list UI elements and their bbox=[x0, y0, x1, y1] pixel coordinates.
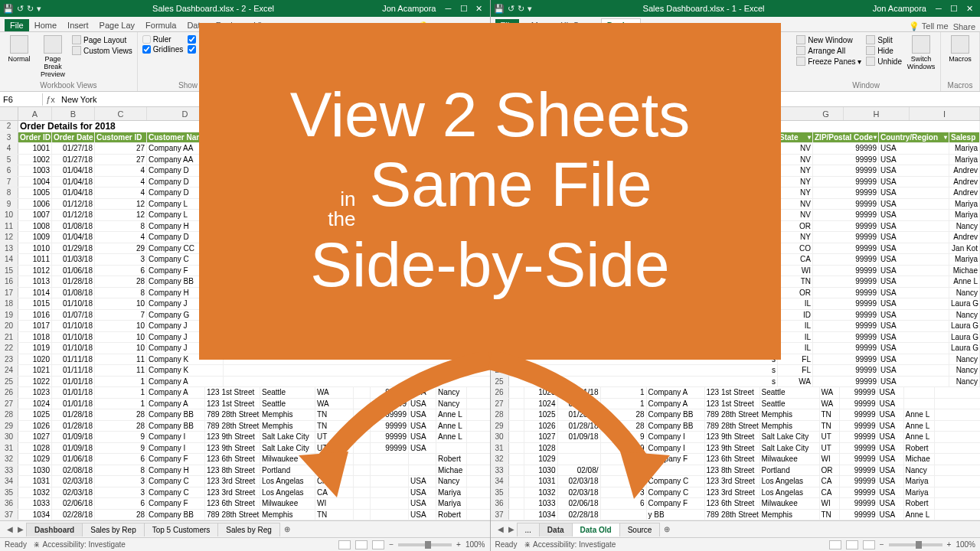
cell[interactable]: 1010 bbox=[18, 243, 52, 254]
cell[interactable]: Company BB bbox=[147, 421, 205, 432]
cell[interactable]: WA bbox=[315, 387, 354, 398]
cell[interactable]: TN bbox=[820, 409, 840, 420]
cell[interactable]: 01/29/18 bbox=[52, 243, 95, 254]
table-row[interactable]: 3210296Company F123 6th StreetMilwaukeeW… bbox=[491, 454, 981, 465]
cell[interactable]: 28 bbox=[601, 409, 647, 420]
cell[interactable]: 1032 bbox=[524, 487, 558, 498]
cell[interactable]: Nancy bbox=[436, 476, 467, 487]
cell[interactable]: 28 bbox=[95, 276, 147, 287]
cell[interactable]: 01/08/18 bbox=[52, 221, 95, 232]
cell[interactable]: 02/08/18 bbox=[52, 465, 95, 476]
cell[interactable]: 123 6th Street bbox=[705, 454, 760, 465]
cell[interactable]: OR bbox=[778, 221, 813, 232]
cell[interactable]: 8 bbox=[95, 465, 147, 476]
table-row[interactable]: 24102101/11/1811Company K bbox=[0, 365, 490, 377]
cell[interactable]: 99999 bbox=[371, 421, 409, 432]
cell[interactable] bbox=[509, 487, 524, 498]
share-button[interactable]: Share bbox=[953, 22, 975, 31]
cell[interactable]: NY bbox=[778, 232, 813, 243]
cell[interactable]: Company BB bbox=[147, 510, 205, 520]
ruler-checkbox[interactable]: Ruler bbox=[142, 35, 183, 44]
cell[interactable]: 99999 bbox=[813, 210, 879, 220]
cell[interactable] bbox=[509, 421, 524, 432]
cell[interactable]: Anne L bbox=[436, 409, 467, 420]
cell[interactable]: USA bbox=[879, 354, 949, 365]
cell[interactable]: Andrev bbox=[949, 165, 980, 176]
cell[interactable]: 123 8th Street bbox=[705, 465, 760, 476]
table-row[interactable]: 35103202/03/183Company C123 3rd StreetLo… bbox=[491, 487, 981, 499]
cell[interactable]: 9 bbox=[601, 432, 647, 442]
cell[interactable]: 3 bbox=[601, 487, 647, 498]
cell[interactable]: 1028 bbox=[524, 443, 558, 454]
view-normal-icon[interactable] bbox=[338, 540, 351, 549]
sheet-tab[interactable]: Dashboard bbox=[26, 523, 83, 536]
cell[interactable]: Company A bbox=[147, 399, 205, 409]
cell[interactable]: TN bbox=[820, 421, 840, 432]
cell[interactable]: IL bbox=[778, 332, 813, 343]
cell[interactable]: Robert bbox=[904, 443, 935, 454]
cell[interactable]: 99999 bbox=[840, 399, 878, 409]
cell[interactable]: 01/01/18 bbox=[558, 387, 601, 398]
cell[interactable]: USA bbox=[879, 165, 949, 176]
cell[interactable]: Nancy bbox=[949, 288, 980, 298]
cell[interactable]: 01/11/18 bbox=[52, 354, 95, 365]
cell[interactable] bbox=[509, 454, 524, 465]
cell[interactable] bbox=[371, 454, 409, 465]
table-row[interactable]: 29102601/28/1828Company BB789 28th Stree… bbox=[0, 421, 490, 432]
cell[interactable]: 02/08/ bbox=[558, 465, 601, 476]
table-row[interactable]: 30102701/09/189Company I123 9th StreetSa… bbox=[491, 432, 981, 443]
cell[interactable]: 99999 bbox=[840, 421, 878, 432]
cell[interactable]: 1031 bbox=[18, 476, 52, 487]
cell[interactable]: Los Angelas bbox=[760, 476, 820, 487]
normal-view-button[interactable]: Normal bbox=[5, 35, 34, 63]
cell[interactable]: USA bbox=[879, 288, 949, 298]
cell[interactable]: Anne L bbox=[949, 276, 980, 287]
cell[interactable]: 12 bbox=[95, 210, 147, 220]
cell[interactable]: 10 bbox=[95, 298, 147, 309]
cell[interactable]: Mariya bbox=[904, 487, 935, 498]
cell[interactable]: 01/06/18 bbox=[52, 454, 95, 465]
cell[interactable]: 1025 bbox=[18, 409, 52, 420]
cell[interactable]: 10 bbox=[95, 332, 147, 343]
cell[interactable]: USA bbox=[878, 454, 904, 465]
cell[interactable]: Company A bbox=[647, 387, 705, 398]
cell[interactable]: 01/04/18 bbox=[52, 232, 95, 243]
cell[interactable]: Nancy bbox=[949, 310, 980, 321]
cell[interactable]: 01/09/18 bbox=[558, 432, 601, 442]
cell[interactable]: 123 6th Street bbox=[705, 498, 760, 509]
table-row[interactable]: 26102301/01/181Company A123 1st StreetSe… bbox=[0, 387, 490, 399]
new-window-button[interactable]: New Window bbox=[796, 35, 861, 44]
cell[interactable]: 1026 bbox=[524, 421, 558, 432]
cell[interactable] bbox=[509, 476, 524, 487]
cell[interactable] bbox=[371, 498, 409, 509]
cell[interactable]: 99999 bbox=[813, 221, 879, 232]
cell[interactable]: 1006 bbox=[18, 199, 52, 210]
cell[interactable]: 1026 bbox=[18, 421, 52, 432]
cell[interactable] bbox=[904, 387, 935, 398]
cell[interactable]: OR bbox=[315, 465, 354, 476]
cell[interactable]: Nancy bbox=[949, 221, 980, 232]
cell[interactable]: 1011 bbox=[18, 254, 52, 265]
cell[interactable] bbox=[601, 465, 647, 476]
table-row[interactable]: 37103402/28/18y BB789 28th StreetMemphis… bbox=[491, 510, 981, 521]
table-row[interactable]: 35103202/03/183Company C123 3rd StreetLo… bbox=[0, 487, 490, 499]
cell[interactable]: 99999 bbox=[840, 387, 878, 398]
cell[interactable] bbox=[509, 443, 524, 454]
cell[interactable]: Salt Lake City bbox=[260, 432, 315, 442]
col-header-cell[interactable]: ZIP/Postal Code▾ bbox=[813, 132, 879, 143]
cell[interactable]: 123 9th Street bbox=[205, 432, 260, 442]
cell[interactable]: Andrev bbox=[949, 187, 980, 198]
cell[interactable]: Mariya bbox=[949, 143, 980, 154]
cell[interactable]: WI bbox=[315, 498, 354, 509]
cell[interactable] bbox=[509, 498, 524, 509]
cell[interactable]: Andrev bbox=[949, 232, 980, 243]
cell[interactable]: 99999 bbox=[840, 476, 878, 487]
cell[interactable]: WI bbox=[820, 454, 840, 465]
cell[interactable] bbox=[354, 454, 371, 465]
zoom-in[interactable]: + bbox=[947, 540, 952, 549]
cell[interactable]: 01/01/18 bbox=[52, 387, 95, 398]
cell[interactable]: CA bbox=[820, 476, 840, 487]
cell[interactable]: 6 bbox=[95, 454, 147, 465]
cell[interactable]: 01/28/18 bbox=[52, 276, 95, 287]
cell[interactable] bbox=[558, 443, 601, 454]
